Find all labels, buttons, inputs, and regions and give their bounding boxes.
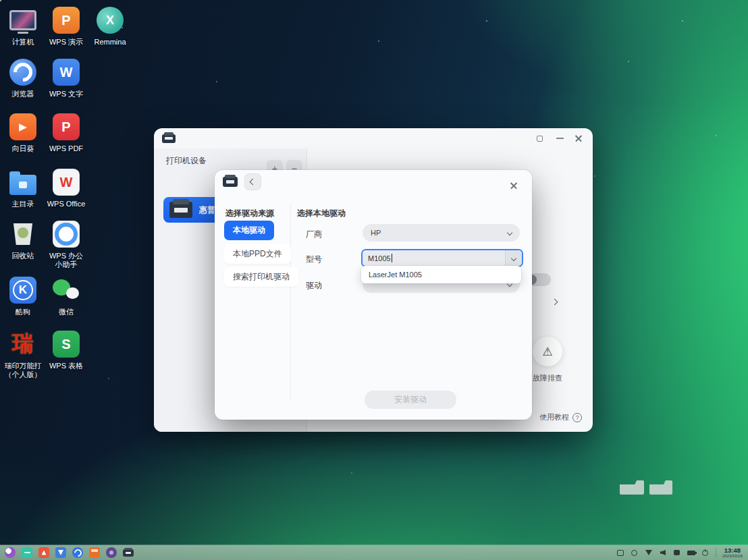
desktop-icon-label: 微信 (44, 308, 88, 316)
taskbar: 13:48 2023/03/26 (0, 545, 748, 560)
desktop-icon-wps-pdf[interactable]: P WPS PDF (44, 112, 88, 153)
close-button[interactable] (570, 130, 587, 147)
launcher-icon[interactable] (5, 547, 16, 558)
desktop-icon-label: WPS 办公 小助手 (44, 252, 88, 269)
tab-local-driver[interactable]: 本地驱动 (224, 221, 274, 240)
wifi-icon[interactable] (645, 549, 653, 557)
tutorial-label: 使用教程 (539, 412, 569, 422)
model-dropdown-button[interactable] (505, 250, 522, 266)
printer-app-icon (223, 177, 238, 187)
printer-manager-icon[interactable] (123, 547, 134, 558)
battery-icon[interactable] (687, 549, 695, 557)
tab-local-ppd[interactable]: 本地PPD文件 (224, 244, 291, 264)
system-monitor-icon[interactable] (106, 547, 117, 558)
desktop-icon-computer[interactable]: 计算机 (1, 5, 45, 47)
taskbar-apps (5, 547, 134, 558)
desktop-icon-wps-writer[interactable]: W WPS 文字 (44, 57, 88, 99)
kugou-icon: K (9, 277, 36, 304)
remmina-icon: X (97, 7, 124, 34)
vendor-label: 厂商 (306, 229, 322, 240)
tutorial-link[interactable]: 使用教程 ? (539, 412, 582, 422)
desktop-icon-sunlogin[interactable]: ▶ 向日葵 (1, 112, 45, 153)
printer-name: 惠普 (199, 204, 215, 216)
taskbar-tray: 13:48 2023/03/26 (616, 547, 743, 559)
document-stamp-icon (649, 480, 672, 495)
desktop-icon-remmina[interactable]: X Remmina (88, 5, 132, 47)
trash-icon (12, 223, 34, 245)
model-suggestion-list: LaserJet M1005 (361, 266, 521, 283)
chevron-right-icon (552, 299, 558, 306)
model-combobox[interactable]: M1005 (361, 249, 523, 267)
home-folder-icon (9, 175, 36, 195)
troubleshoot-button[interactable]: ⚠ (533, 337, 562, 366)
close-icon (575, 135, 583, 142)
desktop-icon-label: 浏览器 (1, 90, 45, 99)
back-button[interactable] (244, 173, 261, 190)
desktop-icon-label: 回收站 (1, 252, 45, 260)
vendor-value: HP (371, 229, 508, 237)
wps-office-icon: W (53, 169, 80, 196)
volume-icon[interactable] (659, 549, 667, 557)
desktop-icon-wechat[interactable]: 微信 (44, 275, 88, 316)
wps-spreadsheet-icon: S (53, 331, 80, 358)
model-label: 型号 (306, 254, 322, 265)
local-driver-title: 选择本地驱动 (297, 208, 346, 219)
wechat-icon (51, 277, 81, 304)
vendor-select[interactable]: HP (363, 224, 520, 242)
desktop-icon-wps-assistant[interactable]: WPS 办公 小助手 (44, 219, 88, 269)
app-store-icon[interactable] (38, 547, 49, 558)
column-divider (290, 204, 291, 399)
maximize-icon (537, 136, 543, 142)
minimize-icon (556, 138, 564, 139)
model-value: M1005 (368, 254, 391, 262)
desktop-icon-ruiyin-print[interactable]: 瑞 瑞印万能打 （个人版） (1, 329, 45, 379)
help-icon: ? (572, 413, 582, 422)
notification-icon[interactable] (673, 549, 681, 557)
tray-separator (716, 548, 716, 557)
desktop-icon-label: WPS Office (44, 200, 88, 208)
power-icon[interactable] (701, 549, 710, 557)
ruiyin-print-icon: 瑞 (12, 329, 34, 359)
desktop-icon-label: 向日葵 (1, 144, 45, 153)
wallpaper-stars (0, 0, 1, 1)
driver-label: 驱动 (306, 280, 322, 291)
desktop-icon-label: Remmina (88, 38, 132, 47)
music-icon[interactable] (89, 547, 100, 558)
tab-search-driver[interactable]: 搜索打印机驱动 (224, 267, 298, 287)
desktop-icon-browser[interactable]: 浏览器 (1, 57, 45, 99)
taskbar-clock[interactable]: 13:48 2023/03/26 (722, 547, 743, 559)
desktop-icon-wps-spreadsheet[interactable]: S WPS 表格 (44, 329, 88, 370)
expand-chevron[interactable] (552, 295, 557, 307)
computer-icon (9, 10, 36, 30)
text-caret (392, 254, 392, 262)
file-manager-icon[interactable] (22, 547, 32, 558)
desktop-icon-wps-office[interactable]: W WPS Office (44, 167, 88, 208)
editor-icon[interactable] (55, 547, 66, 558)
chevron-left-icon (250, 178, 257, 185)
desktop-icon-trash[interactable]: 回收站 (1, 219, 45, 260)
dialog-close-button[interactable] (505, 177, 523, 194)
warning-icon: ⚠ (542, 345, 552, 359)
maximize-button[interactable] (531, 130, 548, 147)
desktop-icon-label: WPS 表格 (44, 362, 88, 370)
driver-source-title: 选择驱动来源 (225, 208, 274, 219)
browser-icon[interactable] (72, 547, 83, 558)
suggestion-item[interactable]: LaserJet M1005 (361, 271, 521, 279)
desktop-icon-kugou[interactable]: K 酷狗 (1, 275, 45, 316)
chevron-down-icon (511, 255, 516, 260)
install-driver-button[interactable]: 安装驱动 (365, 391, 456, 409)
dialog-titlebar (215, 170, 532, 193)
update-icon[interactable] (631, 549, 639, 557)
desktop-icon-label: WPS PDF (44, 144, 88, 153)
wps-writer-icon: W (53, 59, 80, 86)
printer-list-header: 打印机设备 (166, 155, 207, 167)
desktop-icon-wps-presentation[interactable]: P WPS 演示 (44, 5, 88, 47)
desktop-icon-label: WPS 文字 (44, 90, 88, 99)
model-input[interactable]: M1005 (363, 250, 505, 266)
main-titlebar (154, 128, 593, 148)
minimize-button[interactable] (551, 130, 568, 147)
input-method-icon[interactable] (616, 549, 624, 557)
desktop-icon-home[interactable]: 主目录 (1, 167, 45, 208)
desktop-icon-label: 酷狗 (1, 308, 45, 316)
desktop-icon-label: 主目录 (1, 200, 45, 208)
